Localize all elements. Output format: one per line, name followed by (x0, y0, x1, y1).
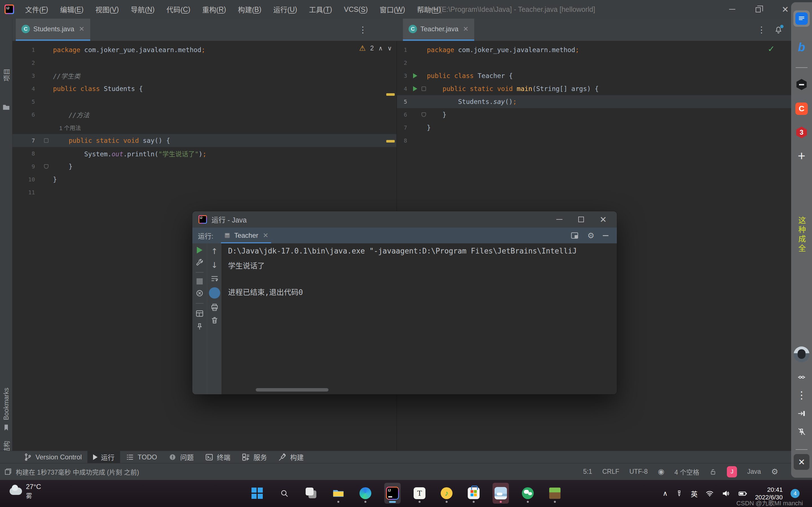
softwrap-icon[interactable] (210, 274, 219, 283)
rerun-icon[interactable] (197, 247, 202, 253)
maximize-button[interactable] (578, 217, 584, 222)
printer-icon[interactable] (210, 303, 219, 312)
restore-button[interactable] (754, 4, 763, 14)
menu-item-6[interactable]: 重构(R) (196, 0, 232, 18)
sidebar-close-icon[interactable]: ✕ (794, 454, 809, 470)
menu-item-9[interactable]: 工具(T) (303, 0, 338, 18)
force-stop-icon[interactable] (195, 289, 204, 297)
toolwindow-button-服务[interactable]: 服务 (236, 451, 273, 463)
taskbar-app-qq-music[interactable]: ♪ (439, 483, 455, 504)
prev-problem-icon[interactable]: ∧ (378, 45, 383, 52)
taskbar-app-start[interactable] (249, 483, 265, 504)
up-icon[interactable]: ↑ (211, 247, 218, 256)
sidebar-headset-icon[interactable] (797, 373, 806, 381)
sidebar-unpin-icon[interactable] (797, 428, 806, 436)
caret-position[interactable]: 5:1 (583, 468, 592, 475)
close-tab-icon[interactable]: ✕ (263, 231, 268, 239)
toolwindow-button-version-control[interactable]: Version Control (18, 451, 87, 463)
taskbar-app-explorer[interactable] (330, 483, 347, 504)
unlock-icon[interactable] (709, 468, 717, 475)
close-button[interactable]: ✕ (780, 4, 790, 14)
fold-marker-icon[interactable] (44, 138, 49, 143)
weather-widget[interactable]: 27°C 雾 (10, 483, 41, 500)
next-problem-icon[interactable]: ∨ (388, 45, 392, 52)
menu-item-3[interactable]: 视图(V) (89, 0, 124, 18)
menu-item-1[interactable]: 文件(F) (19, 0, 54, 18)
console-horizontal-scrollbar[interactable] (256, 388, 328, 392)
toolwindow-button-todo[interactable]: TODO (120, 451, 163, 463)
inspections-widget[interactable]: ⚠ 2 ∧ ∨ (359, 44, 392, 53)
taskbar-app-intellij[interactable]: IJ (384, 483, 401, 504)
toolwindow-button-运行[interactable]: 运行 (87, 451, 120, 463)
bookmark-icon[interactable] (2, 424, 10, 432)
run-tab-teacher[interactable]: Teacher ✕ (221, 228, 271, 243)
sidebar-csdn-icon[interactable]: C (795, 103, 808, 115)
down-icon[interactable]: ↓ (211, 261, 218, 270)
gear-icon[interactable]: ⚙ (771, 467, 778, 476)
wrench-icon[interactable] (195, 258, 204, 267)
wifi-icon[interactable] (705, 489, 714, 498)
line-ending[interactable]: CRLF (602, 468, 619, 475)
fold-marker-icon[interactable] (44, 164, 49, 169)
ime-indicator[interactable]: 英 (691, 489, 698, 499)
sidebar-red-three-icon[interactable]: 3 (795, 126, 808, 138)
lang-badge[interactable]: J (727, 466, 737, 477)
sidebar-hexagon-icon[interactable] (796, 78, 808, 91)
run-line-icon[interactable] (413, 86, 417, 91)
sidebar-plus-icon[interactable]: + (798, 148, 806, 163)
stop-icon[interactable] (197, 278, 203, 284)
usage-inlay-hint[interactable]: 1 个用法 (53, 125, 81, 131)
toolwindow-toggle-icon[interactable] (4, 468, 12, 476)
taskbar-app-minecraft[interactable] (547, 483, 563, 504)
sidebar-collapse-icon[interactable] (797, 409, 806, 418)
menu-item-10[interactable]: VCS(S) (338, 0, 374, 18)
trash-icon[interactable] (210, 316, 219, 325)
menu-item-4[interactable]: 导航(N) (125, 0, 161, 18)
language-indicator[interactable]: Java (747, 468, 761, 475)
toolwindow-button-问题[interactable]: 问题 (163, 451, 199, 463)
pin-icon[interactable] (195, 322, 204, 331)
run-console[interactable]: D:\Java\jdk-17.0.1\bin\java.exe "-javaag… (221, 243, 617, 394)
taskbar-app-taskview[interactable] (303, 483, 319, 504)
taskbar-app-wechat[interactable] (520, 483, 536, 504)
menu-item-11[interactable]: 窗口(W) (374, 0, 411, 18)
tab-options-icon[interactable]: ⋮ (359, 25, 367, 35)
usb-icon[interactable] (675, 490, 683, 497)
close-tab-icon[interactable]: ✕ (79, 25, 84, 33)
fold-marker-icon[interactable] (421, 112, 426, 117)
folder-icon[interactable] (2, 103, 10, 112)
close-tab-icon[interactable]: ✕ (463, 25, 469, 33)
minimize-button[interactable] (556, 219, 562, 220)
menu-item-8[interactable]: 运行(U) (267, 0, 303, 18)
gear-icon[interactable]: ⚙ (587, 231, 594, 240)
tab-students-java[interactable]: C Students.java ✕ (16, 18, 90, 41)
tab-options-icon[interactable]: ⋮ (757, 25, 766, 35)
menu-item-7[interactable]: 构建(B) (232, 0, 267, 18)
minimize-button[interactable] (727, 4, 737, 14)
sidebar-news-icon[interactable] (794, 10, 810, 27)
highlighting-level-icon[interactable]: ◉ (658, 467, 664, 476)
scroll-end-icon[interactable] (209, 287, 220, 298)
taskbar-app-edge[interactable] (357, 483, 373, 504)
menu-item-2[interactable]: 编辑(E) (54, 0, 89, 18)
toolwindow-button-终端[interactable]: 终端 (199, 451, 236, 463)
float-icon[interactable] (570, 231, 579, 240)
indent-setting[interactable]: 4 个空格 (674, 467, 699, 476)
taskbar-app-ms-store[interactable] (465, 483, 482, 504)
layout-icon[interactable] (195, 309, 204, 318)
close-button[interactable]: ✕ (600, 215, 607, 224)
taskbar-app-typora[interactable]: T (411, 483, 428, 504)
sidebar-avatar-icon[interactable] (794, 346, 809, 362)
sidebar-more-dots-icon[interactable]: ⋮ (797, 389, 807, 401)
notifications-bell-icon[interactable] (774, 25, 783, 34)
build-status-message[interactable]: 构建在 1秒737毫秒 中成功完成 (片刻 之前) (16, 467, 139, 476)
battery-icon[interactable] (738, 489, 747, 498)
project-toolwindow-button[interactable]: 项目 (1, 68, 11, 81)
run-line-icon[interactable] (413, 73, 417, 78)
toolwindow-button-构建[interactable]: 构建 (273, 451, 309, 463)
run-window-titlebar[interactable]: IJ 运行 - Java ✕ (192, 211, 617, 228)
sidebar-bing-icon[interactable]: b (798, 41, 805, 54)
taskbar-app-photos[interactable] (493, 483, 509, 504)
hide-icon[interactable] (603, 235, 608, 236)
menu-item-5[interactable]: 代码(C) (160, 0, 196, 18)
